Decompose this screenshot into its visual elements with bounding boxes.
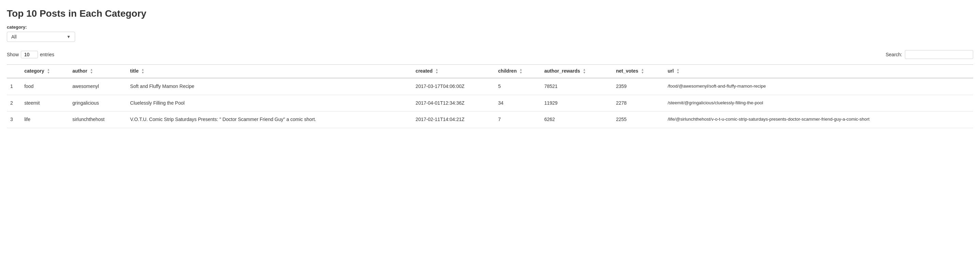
cell-category: steemit	[21, 95, 69, 111]
data-table: category ▲▼ author ▲▼ title ▲▼ created ▲…	[7, 65, 973, 128]
cell-author-rewards: 6262	[541, 111, 612, 128]
sort-icon-category: ▲▼	[47, 68, 50, 74]
cell-url: /steemit/@gringalicious/cluelessly-filli…	[664, 95, 973, 111]
cell-author: sirlunchthehost	[69, 111, 127, 128]
search-label: Search:	[886, 52, 902, 57]
table-row: 3lifesirlunchthehostV.O.T.U. Comic Strip…	[7, 111, 973, 128]
col-header-url[interactable]: url ▲▼	[664, 65, 973, 78]
cell-index: 1	[7, 78, 21, 95]
col-header-category[interactable]: category ▲▼	[21, 65, 69, 78]
cell-created: 2017-04-01T12:34:36Z	[412, 95, 495, 111]
col-header-author[interactable]: author ▲▼	[69, 65, 127, 78]
cell-author-rewards: 78521	[541, 78, 612, 95]
col-header-index	[7, 65, 21, 78]
cell-author: awesomenyl	[69, 78, 127, 95]
cell-net-votes: 2255	[612, 111, 664, 128]
cell-created: 2017-02-11T14:04:21Z	[412, 111, 495, 128]
controls-row: Show entries Search:	[7, 50, 973, 59]
col-header-title[interactable]: title ▲▼	[127, 65, 412, 78]
show-label: Show	[7, 52, 19, 57]
cell-net-votes: 2278	[612, 95, 664, 111]
table-header-row: category ▲▼ author ▲▼ title ▲▼ created ▲…	[7, 65, 973, 78]
table-row: 2steemitgringaliciousCluelessly Filling …	[7, 95, 973, 111]
cell-author-rewards: 11929	[541, 95, 612, 111]
entries-stepper[interactable]	[21, 51, 38, 58]
cell-created: 2017-03-17T04:06:00Z	[412, 78, 495, 95]
category-label: category:	[7, 25, 973, 30]
cell-children: 34	[495, 95, 541, 111]
sort-icon-children: ▲▼	[519, 68, 522, 74]
category-select[interactable]: All ▼	[7, 32, 75, 42]
table-row: 1foodawesomenylSoft and Fluffy Mamon Rec…	[7, 78, 973, 95]
col-header-children[interactable]: children ▲▼	[495, 65, 541, 78]
entries-label: entries	[40, 52, 54, 57]
chevron-down-icon: ▼	[67, 35, 71, 39]
cell-children: 5	[495, 78, 541, 95]
col-header-created[interactable]: created ▲▼	[412, 65, 495, 78]
col-header-net-votes[interactable]: net_votes ▲▼	[612, 65, 664, 78]
page-title: Top 10 Posts in Each Category	[7, 8, 973, 19]
sort-icon-title: ▲▼	[142, 68, 145, 74]
sort-icon-url: ▲▼	[676, 68, 679, 74]
cell-title: Cluelessly Filling the Pool	[127, 95, 412, 111]
search-input[interactable]	[905, 50, 973, 59]
cell-author: gringalicious	[69, 95, 127, 111]
sort-icon-net-votes: ▲▼	[641, 68, 644, 74]
cell-net-votes: 2359	[612, 78, 664, 95]
cell-url: /life/@sirlunchthehost/v-o-t-u-comic-str…	[664, 111, 973, 128]
search-row: Search:	[886, 50, 973, 59]
col-header-author-rewards[interactable]: author_rewards ▲▼	[541, 65, 612, 78]
sort-icon-created: ▲▼	[435, 68, 438, 74]
sort-icon-author-rewards: ▲▼	[583, 68, 586, 74]
cell-index: 3	[7, 111, 21, 128]
cell-children: 7	[495, 111, 541, 128]
cell-url: /food/@awesomenyl/soft-and-fluffy-mamon-…	[664, 78, 973, 95]
cell-title: Soft and Fluffy Mamon Recipe	[127, 78, 412, 95]
cell-category: life	[21, 111, 69, 128]
sort-icon-author: ▲▼	[90, 68, 93, 74]
cell-category: food	[21, 78, 69, 95]
category-select-value: All	[11, 34, 17, 40]
cell-index: 2	[7, 95, 21, 111]
show-entries-control: Show entries	[7, 51, 54, 58]
cell-title: V.O.T.U. Comic Strip Saturdays Presents:…	[127, 111, 412, 128]
